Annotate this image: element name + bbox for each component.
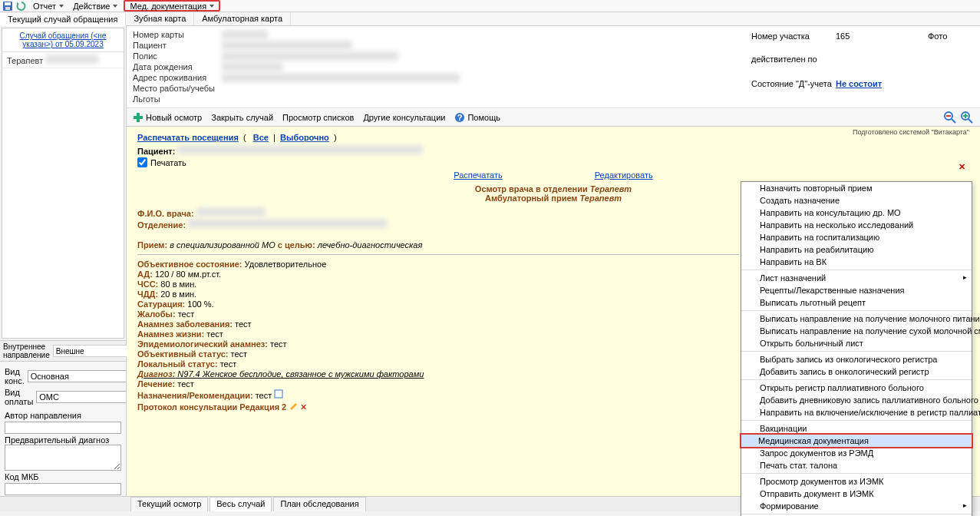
polis-label: Полис [133,51,222,61]
action-toolbar: Новый осмотр Закрыть случай Просмотр спи… [127,108,980,127]
other-consult-button[interactable]: Другие консультации [363,113,445,122]
list-item[interactable]: Терапевт [2,52,124,68]
uchastok-label: Номер участка [751,31,836,41]
ctx-item[interactable]: Медицинская документация [740,433,973,448]
work-label: Место работы/учебы [133,84,222,93]
ctx-item[interactable]: Выписать направление на получение молочн… [741,313,972,325]
refresh-icon[interactable] [16,1,27,12]
pre-diag-input[interactable] [5,445,121,471]
ctx-item[interactable]: Отправить документ в ИЭМК [741,488,972,500]
vid-kons-input[interactable] [28,370,126,382]
ctx-item[interactable]: Формирование [741,500,972,512]
dstatus-link[interactable]: Не состоит [836,79,882,88]
chevron-down-icon [210,5,214,8]
dob-value [222,62,283,71]
delete-icon[interactable]: ✕ [300,402,307,412]
svg-line-11 [968,119,972,123]
top-toolbar: Отчет Действие Мед. документация [0,0,980,12]
plus-icon [133,112,144,123]
pre-diag-label: Предварительный диагноз [5,435,121,445]
mkb-input[interactable] [5,483,121,495]
save-icon[interactable] [2,1,13,12]
print-all-link[interactable]: Все [253,133,269,142]
view-lists-button[interactable]: Просмотр списков [282,113,354,122]
ctx-item[interactable]: Лист назначений [741,272,972,284]
patient-header: Номер карты Пациент Полис Дата рождения … [127,26,980,108]
doc-icon[interactable] [274,389,283,399]
ctx-item[interactable]: Добавить дневниковую запись паллиативног… [741,394,972,406]
ctx-item[interactable]: Направить на включение/исключение в реги… [741,406,972,418]
print-checkbox-row[interactable]: Печатать [137,157,969,167]
zoom-out-icon[interactable] [943,111,957,124]
ctx-item[interactable]: Печать стат. талона [741,459,972,471]
ctx-item[interactable]: Выписать направление на получение сухой … [741,325,972,337]
meddoc-menu[interactable]: Мед. документация [124,0,220,12]
btab-current[interactable]: Текущий осмотр [130,497,208,511]
ctx-item[interactable]: Выписать льготный рецепт [741,296,972,309]
author-input[interactable] [5,422,121,434]
ctx-item[interactable]: Добавить запись в онкологический регистр [741,366,972,378]
patient-value [222,41,352,50]
left-panel: Случай обращения (<не указан>) от 05.09.… [0,26,127,496]
lgoty-label: Льготы [133,94,222,104]
ctx-item[interactable]: Выбрать запись из онкологического регист… [741,353,972,366]
ctx-item[interactable]: Направить на ВК [741,256,972,268]
system-note: Подготовлено системой "Витакарта" [853,128,969,136]
doctor-label: Ф.И.О. врача: [137,209,194,218]
dob-label: Дата рождения [133,62,222,71]
vid-kons-label: Вид конс. [5,367,25,385]
case-link[interactable]: Случай обращения (<не указан>) от 05.09.… [2,28,124,52]
edit-link[interactable]: Редактировать [595,170,653,180]
photo-label: Фото [928,31,974,41]
tab-dental[interactable]: Зубная карта [126,12,194,25]
btab-plan[interactable]: План обследования [273,497,365,511]
svg-line-8 [952,119,955,123]
tab-current-case[interactable]: Текущий случай обращения [0,13,126,26]
svg-text:?: ? [457,113,463,122]
action-menu[interactable]: Действие [70,2,120,11]
ctx-item[interactable]: Просмотр документов из ИЭМК [741,475,972,488]
ctx-item[interactable]: Направить на консультацию др. МО [741,207,972,219]
ctx-item[interactable]: Создать назначение [741,194,972,207]
ctx-item[interactable]: Рецепты/Лекарственные назначения [741,284,972,296]
card-label: Номер карты [133,30,222,39]
close-case-button[interactable]: Закрыть случай [211,113,273,122]
internal-referral-label: Внутреннее направление [3,342,50,359]
valid-label: действителен по [751,55,836,64]
help-button[interactable]: ?Помощь [454,112,500,123]
zoom-in-icon[interactable] [960,111,974,124]
uchastok-value: 165 [836,31,928,41]
ctx-item[interactable]: Открыть больничный лист [741,337,972,349]
close-icon[interactable]: ✕ [959,162,969,173]
ctx-item[interactable]: Открыть регистр паллиативного больного [741,382,972,394]
edit-icon[interactable] [289,401,298,410]
print-visits-link[interactable]: Распечатать посещения [137,133,239,142]
vid-oplaty-input[interactable] [36,391,126,403]
chevron-down-icon [113,5,117,8]
internal-referral-row: Внутреннее направление ◂ ▸ [0,340,126,362]
report-menu[interactable]: Отчет [30,2,67,11]
ctx-item[interactable]: Направить на реабилитацию [741,243,972,256]
ctx-item[interactable]: Направить на несколько исследований [741,219,972,231]
context-menu: Назначить повторный приемСоздать назначе… [741,181,972,516]
new-exam-button[interactable]: Новый осмотр [133,112,202,123]
patient-label: Пациент [133,41,222,50]
svg-rect-2 [5,7,10,10]
addr-label: Адрес проживания [133,73,222,82]
print-selective-link[interactable]: Выборочно [280,133,329,142]
ctx-item[interactable]: Назначить повторный прием [741,182,972,194]
card-value [222,30,268,39]
mkb-label: Код МКБ [5,472,121,481]
author-label: Автор направления [5,411,121,420]
case-tabs: Текущий случай обращения Зубная карта Ам… [0,12,980,26]
referral-form: Вид конс. Вид оплаты Автор направления П… [0,362,126,496]
btab-full[interactable]: Весь случай [210,497,272,511]
tab-ambulatory[interactable]: Амбулаторная карта [194,12,291,25]
help-icon: ? [454,112,465,123]
print-link[interactable]: Распечатать [454,170,502,180]
ctx-item[interactable]: Запрос документов из РЭМД [741,447,972,459]
vid-oplaty-label: Вид оплаты [5,388,33,406]
addr-value [222,73,460,82]
print-checkbox[interactable] [137,157,147,167]
ctx-item[interactable]: Направить на госпитализацию [741,231,972,243]
